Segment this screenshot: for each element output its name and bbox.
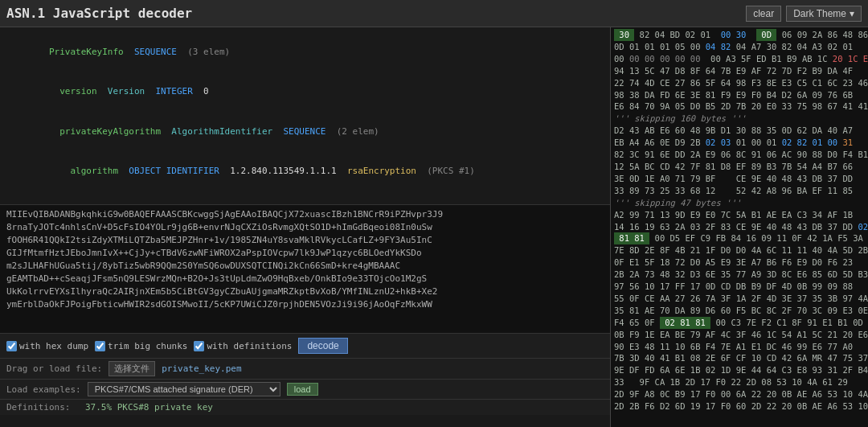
asn-tree: PrivateKeyInfo SEQUENCE (3 elem) version… bbox=[0, 27, 610, 204]
hex-row: EB A4 A6 0E D9 2B 02 03 01 00 01 02 82 0… bbox=[614, 137, 865, 149]
hex-dump-label: with hex dump bbox=[19, 341, 88, 351]
asn-line: algorithm OBJECT IDENTIFIER 1.2.840.1135… bbox=[6, 152, 604, 192]
hex-row: A2 99 71 13 9D E9 E0 7C 5A B1 AE EA C3 3… bbox=[614, 209, 865, 221]
hex-row: 33 89 73 25 33 68 12 52 42 A8 96 BA EF 1… bbox=[614, 185, 865, 197]
hex-row: D2 43 AB E6 60 48 9B D1 30 88 35 0D 62 D… bbox=[614, 125, 865, 137]
asn-line: PrivateKeyInfo SEQUENCE (3 elem) bbox=[6, 32, 604, 72]
options-row: with hex dump trim big chunks with defin… bbox=[0, 333, 610, 358]
hex-row: 90 E3 48 11 10 6B F4 7E A1 E1 DC 46 99 E… bbox=[614, 341, 865, 353]
hex-row: 7B 3D 40 41 B1 08 2E 6F CF 10 CD 42 6A M… bbox=[614, 352, 865, 364]
hex-row: 7E 8D 2E 8F 4B 21 1F D0 D0 4A 6C 11 11 4… bbox=[614, 244, 865, 257]
file-row-label: Drag or load file: bbox=[6, 363, 102, 374]
example-select[interactable]: PKCS#7/CMS attached signature (DER) bbox=[88, 382, 280, 396]
choose-file-button[interactable]: 选择文件 bbox=[108, 361, 155, 376]
clear-button[interactable]: clear bbox=[746, 6, 781, 22]
header: ASN.1 JavaScript decoder clear Dark Them… bbox=[0, 0, 868, 27]
hex-row: 82 3C 91 6E DD 2A E9 06 8C 91 06 AC 90 8… bbox=[614, 149, 865, 161]
hex-row: F4 65 0F 02 81 81 00 C3 7E F2 C1 8F 91 E… bbox=[614, 317, 865, 329]
definitions-label: with definitions bbox=[207, 341, 292, 351]
hex-dump-checkbox[interactable] bbox=[6, 341, 17, 351]
hex-row: 9E DF FD 6A 6E 1B 02 1D 9E 44 64 C3 E8 9… bbox=[614, 364, 865, 376]
hex-dump-panel: 30 82 04 BD 02 01 00 30 0D 06 09 2A 86 4… bbox=[611, 27, 868, 427]
hex-row: E6 84 70 9A 05 D0 B5 2D 7B 20 E0 33 75 9… bbox=[614, 101, 865, 113]
trim-chunks-checkbox-label[interactable]: trim big chunks bbox=[95, 341, 187, 351]
hex-row: 2B 2A 73 48 32 D3 6E 35 77 A9 3D 8C E6 8… bbox=[614, 269, 865, 281]
examples-row-label: Load examples: bbox=[6, 384, 81, 395]
hex-row: 0F E1 5F 18 72 D0 A5 E9 3E A7 B6 F6 E9 D… bbox=[614, 257, 865, 269]
asn-line: privateKeyAlgorithm AlgorithmIdentifier … bbox=[6, 112, 604, 152]
hex-row: 14 16 19 63 2A 03 2F 83 CE 9E 40 48 43 D… bbox=[614, 221, 865, 233]
hex-row: 33 9F CA 1B 2D 17 F0 22 2D 08 53 10 4A 6… bbox=[614, 376, 865, 388]
hex-row: 0B F9 1E EA BE 79 AF 4C 3F 46 1C 54 A1 5… bbox=[614, 329, 865, 341]
hex-row: 55 0F CE AA 27 26 7A 3F 1A 2F 4D 3E 37 3… bbox=[614, 293, 865, 305]
hex-dump-content: 30 82 04 BD 02 01 00 30 0D 06 09 2A 86 4… bbox=[611, 27, 868, 427]
decode-button[interactable]: decode bbox=[298, 338, 347, 354]
hex-row: 0D 01 01 01 05 00 04 82 04 A7 30 82 04 A… bbox=[614, 41, 865, 53]
file-row: Drag or load file: 选择文件 private_key.pem bbox=[0, 358, 610, 379]
hex-row: 81 81 00 D5 EF C9 FB 84 16 09 11 0F 42 1… bbox=[614, 232, 865, 244]
hex-row: 30 82 04 BD 02 01 00 30 0D 06 09 2A 86 4… bbox=[614, 29, 865, 41]
trim-chunks-checkbox[interactable] bbox=[95, 341, 105, 351]
definitions-row-label: Definitions: bbox=[6, 402, 79, 413]
definitions-row: Definitions: 37.5% PKCS#8 private key bbox=[0, 399, 610, 415]
hex-row: 94 13 5C 47 D8 8F 64 7B E9 AF 72 7D F2 B… bbox=[614, 65, 865, 77]
asn-line: parameters ANY NULL bbox=[6, 191, 604, 204]
dark-theme-button[interactable]: Dark Theme ▾ bbox=[786, 6, 862, 22]
dark-theme-label: Dark Theme bbox=[793, 8, 846, 19]
main-layout: PrivateKeyInfo SEQUENCE (3 elem) version… bbox=[0, 27, 868, 427]
header-controls: clear Dark Theme ▾ bbox=[746, 6, 862, 22]
hex-skip-row: ''' skipping 160 bytes ''' bbox=[614, 113, 865, 125]
hex-dump-checkbox-label[interactable]: with hex dump bbox=[6, 341, 88, 351]
base64-textarea[interactable]: MIIEvQIBADANBgkqhkiG9w0BAQEFAAASCBKcwggS… bbox=[0, 204, 610, 333]
definitions-checkbox-label[interactable]: with definitions bbox=[194, 341, 292, 351]
hex-row: 22 74 4D CE 27 86 5F 64 98 F3 8E E3 C5 C… bbox=[614, 77, 865, 89]
definitions-checkbox[interactable] bbox=[194, 341, 204, 351]
hex-row: 00 00 00 00 00 00 00 A3 5F ED B1 B9 AB 1… bbox=[614, 53, 865, 65]
hex-row: 2D 2B F6 D2 6D 19 17 F0 60 2D 22 20 0B A… bbox=[614, 400, 865, 413]
hex-row: 98 38 DA FD 6E 3E 81 F9 E9 F0 B4 D2 6A 0… bbox=[614, 89, 865, 101]
chevron-down-icon: ▾ bbox=[850, 8, 854, 19]
asn-line: version Version INTEGER 0 bbox=[6, 72, 604, 113]
hex-row: 12 5A BC CD 42 7F 81 D8 EF 89 B3 7B 54 A… bbox=[614, 161, 865, 173]
examples-row: Load examples: PKCS#7/CMS attached signa… bbox=[0, 379, 610, 399]
hex-row: 3E 0D 1E A0 71 79 BF CE 9E 40 48 43 DB 3… bbox=[614, 173, 865, 185]
hex-skip-row: ''' skipping 47 bytes ''' bbox=[614, 197, 865, 209]
app-title: ASN.1 JavaScript decoder bbox=[6, 6, 192, 21]
left-panel: PrivateKeyInfo SEQUENCE (3 elem) version… bbox=[0, 27, 611, 427]
base64-content: MIIEvQIBADANBgkqhkiG9w0BAQEFAAASCBKcwggS… bbox=[6, 208, 604, 311]
load-button[interactable]: load bbox=[287, 383, 318, 396]
selected-file-name: private_key.pem bbox=[162, 363, 241, 374]
hex-row: 97 56 10 17 FF 17 0D CD DB B9 DF 4D 0B 9… bbox=[614, 281, 865, 293]
hex-row: 2D 9F A8 0C B9 17 F0 00 6A 22 20 0B AE A… bbox=[614, 388, 865, 400]
hex-row: 35 81 AE 70 DA 89 D6 60 F5 BC 8C 2F 70 3… bbox=[614, 305, 865, 317]
definitions-value: 37.5% PKCS#8 private key bbox=[85, 402, 213, 413]
trim-chunks-label: trim big chunks bbox=[108, 341, 187, 351]
